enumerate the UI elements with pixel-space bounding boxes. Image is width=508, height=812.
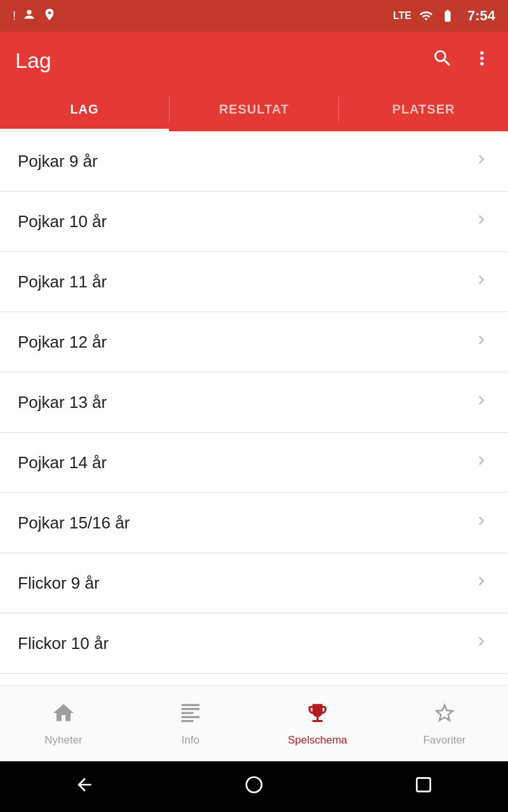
trophy-icon: [305, 701, 330, 730]
chevron-right-icon-4: [472, 331, 490, 353]
list-item-5[interactable]: Pojkar 13 år: [0, 372, 508, 433]
list-item-text-1: Pojkar 9 år: [18, 152, 98, 171]
status-bar-left-icons: !: [13, 8, 57, 25]
tab-bar: LAG RESULTAT PLATSER: [0, 89, 508, 131]
app-bar: Lag: [0, 32, 508, 89]
status-time: 7:54: [467, 8, 495, 24]
chevron-right-icon-2: [472, 211, 490, 233]
chevron-right-icon-8: [472, 572, 490, 594]
system-nav: [0, 761, 508, 812]
search-icon[interactable]: [432, 48, 453, 74]
svg-rect-2: [417, 778, 430, 791]
chevron-right-icon-6: [472, 452, 490, 474]
chevron-right-icon-1: [472, 150, 490, 173]
signal-icon: [419, 9, 433, 23]
chevron-right-icon-3: [472, 271, 490, 293]
list-item-text-9: Flickor 10 år: [18, 634, 109, 653]
list-item-6[interactable]: Pojkar 14 år: [0, 433, 508, 493]
home-icon: [51, 701, 76, 730]
nav-item-favoriter[interactable]: Favoriter: [381, 686, 508, 761]
tab-resultat[interactable]: RESULTAT: [170, 89, 338, 129]
back-button[interactable]: [74, 775, 95, 799]
nav-item-info[interactable]: Info: [127, 686, 254, 761]
battery-icon: [441, 9, 455, 23]
notification-icon-2: [22, 8, 36, 25]
list-item-1[interactable]: Pojkar 9 år: [0, 131, 508, 192]
tab-platser[interactable]: PLATSER: [339, 89, 508, 129]
list-item-text-7: Pojkar 15/16 år: [18, 513, 130, 533]
tab-lag[interactable]: LAG: [0, 89, 169, 129]
list-item-text-5: Pojkar 13 år: [18, 393, 107, 412]
lte-icon: LTE: [393, 10, 411, 22]
notification-icon-1: !: [13, 10, 16, 23]
recents-button[interactable]: [413, 775, 434, 799]
list-item-8[interactable]: Flickor 9 år: [0, 553, 508, 613]
app-bar-title: Lag: [15, 48, 432, 73]
bottom-nav: Nyheter Info Spelschema Favoriter: [0, 685, 508, 761]
nav-item-spelschema[interactable]: Spelschema: [254, 686, 381, 761]
star-icon: [432, 701, 457, 730]
nav-label-favoriter: Favoriter: [423, 734, 465, 747]
chevron-right-icon-5: [472, 391, 490, 414]
svg-point-0: [27, 10, 31, 14]
app-bar-actions: [432, 48, 493, 74]
info-icon: [178, 701, 203, 730]
list-item-7[interactable]: Pojkar 15/16 år: [0, 493, 508, 553]
status-bar-right-icons: LTE 7:54: [393, 8, 495, 24]
more-options-icon[interactable]: [471, 48, 493, 74]
list-item-4[interactable]: Pojkar 12 år: [0, 312, 508, 372]
nav-label-nyheter: Nyheter: [44, 734, 83, 747]
status-bar: ! LTE 7:54: [0, 0, 508, 32]
list-item-9[interactable]: Flickor 10 år: [0, 613, 508, 674]
list-item-text-4: Pojkar 12 år: [18, 332, 107, 352]
list-item-text-6: Pojkar 14 år: [18, 453, 107, 473]
list-item-10[interactable]: Flickor 11 år: [0, 674, 508, 685]
team-list: Pojkar 9 år Pojkar 10 år Pojkar 11 år Po…: [0, 131, 508, 685]
notification-icon-3: [43, 8, 57, 25]
svg-point-1: [246, 777, 262, 792]
list-item-text-8: Flickor 9 år: [18, 573, 100, 593]
list-item-text-2: Pojkar 10 år: [18, 212, 107, 232]
nav-label-info: Info: [182, 734, 199, 747]
chevron-right-icon-7: [472, 512, 490, 534]
nav-label-spelschema: Spelschema: [288, 734, 347, 747]
list-item-3[interactable]: Pojkar 11 år: [0, 252, 508, 312]
list-item-2[interactable]: Pojkar 10 år: [0, 192, 508, 252]
nav-item-nyheter[interactable]: Nyheter: [0, 686, 127, 761]
home-button[interactable]: [244, 775, 264, 799]
list-item-text-3: Pojkar 11 år: [18, 272, 107, 292]
chevron-right-icon-9: [472, 632, 490, 655]
